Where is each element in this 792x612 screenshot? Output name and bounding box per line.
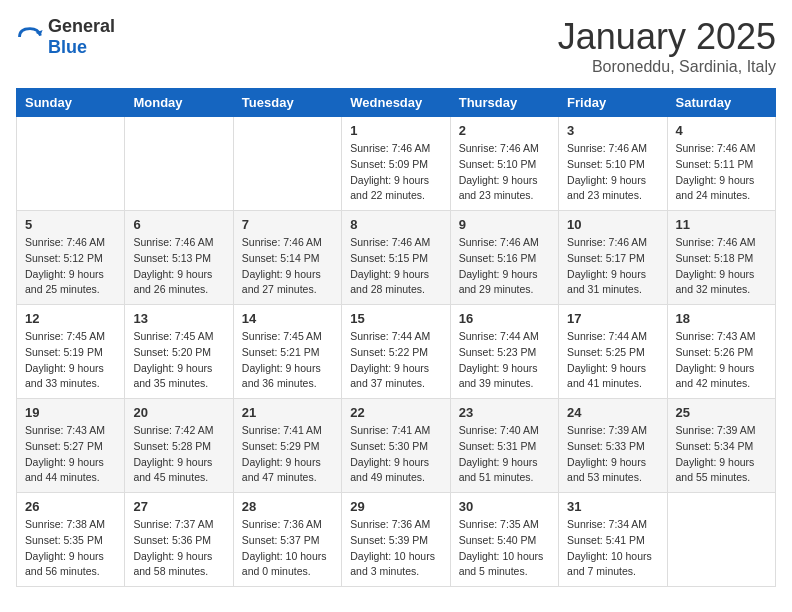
calendar-cell: 20Sunrise: 7:42 AM Sunset: 5:28 PM Dayli… xyxy=(125,399,233,493)
calendar-cell: 12Sunrise: 7:45 AM Sunset: 5:19 PM Dayli… xyxy=(17,305,125,399)
calendar-cell: 15Sunrise: 7:44 AM Sunset: 5:22 PM Dayli… xyxy=(342,305,450,399)
day-number: 5 xyxy=(25,217,116,232)
calendar-cell: 3Sunrise: 7:46 AM Sunset: 5:10 PM Daylig… xyxy=(559,117,667,211)
calendar-cell: 27Sunrise: 7:37 AM Sunset: 5:36 PM Dayli… xyxy=(125,493,233,587)
weekday-header-wednesday: Wednesday xyxy=(342,89,450,117)
day-number: 17 xyxy=(567,311,658,326)
calendar-cell: 11Sunrise: 7:46 AM Sunset: 5:18 PM Dayli… xyxy=(667,211,775,305)
day-number: 11 xyxy=(676,217,767,232)
day-info: Sunrise: 7:46 AM Sunset: 5:10 PM Dayligh… xyxy=(459,141,550,204)
day-info: Sunrise: 7:40 AM Sunset: 5:31 PM Dayligh… xyxy=(459,423,550,486)
day-number: 15 xyxy=(350,311,441,326)
calendar-cell: 30Sunrise: 7:35 AM Sunset: 5:40 PM Dayli… xyxy=(450,493,558,587)
week-row-4: 19Sunrise: 7:43 AM Sunset: 5:27 PM Dayli… xyxy=(17,399,776,493)
weekday-header-row: SundayMondayTuesdayWednesdayThursdayFrid… xyxy=(17,89,776,117)
calendar-cell xyxy=(17,117,125,211)
day-info: Sunrise: 7:41 AM Sunset: 5:29 PM Dayligh… xyxy=(242,423,333,486)
calendar-cell: 26Sunrise: 7:38 AM Sunset: 5:35 PM Dayli… xyxy=(17,493,125,587)
week-row-5: 26Sunrise: 7:38 AM Sunset: 5:35 PM Dayli… xyxy=(17,493,776,587)
day-number: 19 xyxy=(25,405,116,420)
logo: General Blue xyxy=(16,16,115,58)
day-number: 8 xyxy=(350,217,441,232)
day-number: 28 xyxy=(242,499,333,514)
day-number: 18 xyxy=(676,311,767,326)
day-info: Sunrise: 7:46 AM Sunset: 5:12 PM Dayligh… xyxy=(25,235,116,298)
day-number: 20 xyxy=(133,405,224,420)
weekday-header-friday: Friday xyxy=(559,89,667,117)
day-info: Sunrise: 7:36 AM Sunset: 5:37 PM Dayligh… xyxy=(242,517,333,580)
calendar-cell: 8Sunrise: 7:46 AM Sunset: 5:15 PM Daylig… xyxy=(342,211,450,305)
calendar-cell xyxy=(667,493,775,587)
day-info: Sunrise: 7:39 AM Sunset: 5:33 PM Dayligh… xyxy=(567,423,658,486)
day-info: Sunrise: 7:44 AM Sunset: 5:23 PM Dayligh… xyxy=(459,329,550,392)
calendar-cell: 21Sunrise: 7:41 AM Sunset: 5:29 PM Dayli… xyxy=(233,399,341,493)
location-title: Boroneddu, Sardinia, Italy xyxy=(558,58,776,76)
calendar-cell: 7Sunrise: 7:46 AM Sunset: 5:14 PM Daylig… xyxy=(233,211,341,305)
day-number: 1 xyxy=(350,123,441,138)
day-info: Sunrise: 7:44 AM Sunset: 5:22 PM Dayligh… xyxy=(350,329,441,392)
title-area: January 2025 Boroneddu, Sardinia, Italy xyxy=(558,16,776,76)
calendar-cell: 4Sunrise: 7:46 AM Sunset: 5:11 PM Daylig… xyxy=(667,117,775,211)
logo-text-general: General xyxy=(48,16,115,36)
day-info: Sunrise: 7:46 AM Sunset: 5:15 PM Dayligh… xyxy=(350,235,441,298)
day-info: Sunrise: 7:37 AM Sunset: 5:36 PM Dayligh… xyxy=(133,517,224,580)
day-info: Sunrise: 7:43 AM Sunset: 5:26 PM Dayligh… xyxy=(676,329,767,392)
day-number: 2 xyxy=(459,123,550,138)
day-number: 30 xyxy=(459,499,550,514)
weekday-header-saturday: Saturday xyxy=(667,89,775,117)
calendar-cell: 24Sunrise: 7:39 AM Sunset: 5:33 PM Dayli… xyxy=(559,399,667,493)
day-info: Sunrise: 7:46 AM Sunset: 5:18 PM Dayligh… xyxy=(676,235,767,298)
weekday-header-monday: Monday xyxy=(125,89,233,117)
calendar-cell: 25Sunrise: 7:39 AM Sunset: 5:34 PM Dayli… xyxy=(667,399,775,493)
day-number: 26 xyxy=(25,499,116,514)
calendar-cell: 23Sunrise: 7:40 AM Sunset: 5:31 PM Dayli… xyxy=(450,399,558,493)
day-info: Sunrise: 7:36 AM Sunset: 5:39 PM Dayligh… xyxy=(350,517,441,580)
day-info: Sunrise: 7:45 AM Sunset: 5:19 PM Dayligh… xyxy=(25,329,116,392)
day-info: Sunrise: 7:46 AM Sunset: 5:10 PM Dayligh… xyxy=(567,141,658,204)
calendar-cell: 5Sunrise: 7:46 AM Sunset: 5:12 PM Daylig… xyxy=(17,211,125,305)
day-info: Sunrise: 7:39 AM Sunset: 5:34 PM Dayligh… xyxy=(676,423,767,486)
calendar-cell: 9Sunrise: 7:46 AM Sunset: 5:16 PM Daylig… xyxy=(450,211,558,305)
calendar-cell: 1Sunrise: 7:46 AM Sunset: 5:09 PM Daylig… xyxy=(342,117,450,211)
week-row-2: 5Sunrise: 7:46 AM Sunset: 5:12 PM Daylig… xyxy=(17,211,776,305)
calendar-cell: 17Sunrise: 7:44 AM Sunset: 5:25 PM Dayli… xyxy=(559,305,667,399)
calendar-cell: 22Sunrise: 7:41 AM Sunset: 5:30 PM Dayli… xyxy=(342,399,450,493)
week-row-3: 12Sunrise: 7:45 AM Sunset: 5:19 PM Dayli… xyxy=(17,305,776,399)
page-header: General Blue January 2025 Boroneddu, Sar… xyxy=(16,16,776,76)
day-number: 9 xyxy=(459,217,550,232)
day-number: 25 xyxy=(676,405,767,420)
weekday-header-sunday: Sunday xyxy=(17,89,125,117)
day-info: Sunrise: 7:41 AM Sunset: 5:30 PM Dayligh… xyxy=(350,423,441,486)
weekday-header-thursday: Thursday xyxy=(450,89,558,117)
calendar-cell: 6Sunrise: 7:46 AM Sunset: 5:13 PM Daylig… xyxy=(125,211,233,305)
day-number: 13 xyxy=(133,311,224,326)
calendar-cell xyxy=(233,117,341,211)
day-number: 7 xyxy=(242,217,333,232)
calendar-cell: 16Sunrise: 7:44 AM Sunset: 5:23 PM Dayli… xyxy=(450,305,558,399)
day-number: 31 xyxy=(567,499,658,514)
day-number: 3 xyxy=(567,123,658,138)
day-info: Sunrise: 7:46 AM Sunset: 5:17 PM Dayligh… xyxy=(567,235,658,298)
calendar-cell: 10Sunrise: 7:46 AM Sunset: 5:17 PM Dayli… xyxy=(559,211,667,305)
calendar-cell: 28Sunrise: 7:36 AM Sunset: 5:37 PM Dayli… xyxy=(233,493,341,587)
logo-text-blue: Blue xyxy=(48,37,87,57)
day-number: 23 xyxy=(459,405,550,420)
calendar-cell: 13Sunrise: 7:45 AM Sunset: 5:20 PM Dayli… xyxy=(125,305,233,399)
day-info: Sunrise: 7:44 AM Sunset: 5:25 PM Dayligh… xyxy=(567,329,658,392)
day-number: 29 xyxy=(350,499,441,514)
day-number: 16 xyxy=(459,311,550,326)
logo-icon xyxy=(16,23,44,51)
weekday-header-tuesday: Tuesday xyxy=(233,89,341,117)
day-number: 22 xyxy=(350,405,441,420)
day-info: Sunrise: 7:34 AM Sunset: 5:41 PM Dayligh… xyxy=(567,517,658,580)
day-info: Sunrise: 7:35 AM Sunset: 5:40 PM Dayligh… xyxy=(459,517,550,580)
day-info: Sunrise: 7:43 AM Sunset: 5:27 PM Dayligh… xyxy=(25,423,116,486)
day-number: 14 xyxy=(242,311,333,326)
calendar-table: SundayMondayTuesdayWednesdayThursdayFrid… xyxy=(16,88,776,587)
day-info: Sunrise: 7:45 AM Sunset: 5:20 PM Dayligh… xyxy=(133,329,224,392)
day-info: Sunrise: 7:38 AM Sunset: 5:35 PM Dayligh… xyxy=(25,517,116,580)
day-info: Sunrise: 7:46 AM Sunset: 5:16 PM Dayligh… xyxy=(459,235,550,298)
day-info: Sunrise: 7:46 AM Sunset: 5:14 PM Dayligh… xyxy=(242,235,333,298)
calendar-cell: 29Sunrise: 7:36 AM Sunset: 5:39 PM Dayli… xyxy=(342,493,450,587)
day-info: Sunrise: 7:42 AM Sunset: 5:28 PM Dayligh… xyxy=(133,423,224,486)
